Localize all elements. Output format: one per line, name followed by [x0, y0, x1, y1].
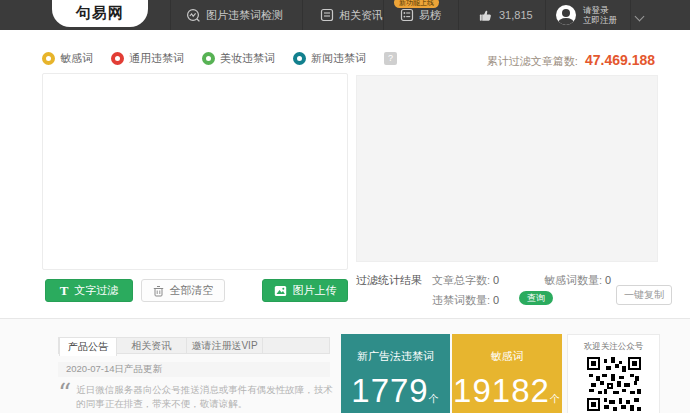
- query-label: 查询: [527, 292, 545, 305]
- text-icon: T: [60, 283, 69, 299]
- qr-code: [587, 357, 641, 411]
- stat-total-words: 文章总字数:0: [432, 273, 499, 288]
- stat-value: 0: [605, 274, 611, 286]
- likes-count: 31,815: [499, 9, 533, 21]
- filter-sensitive[interactable]: 敏感词: [42, 51, 93, 66]
- stat-value: 0: [493, 294, 499, 306]
- header-divider: [170, 0, 171, 30]
- announcement-title[interactable]: 2020-07-14日产品更新: [58, 362, 330, 377]
- tab-product-announcements[interactable]: 产品公告: [59, 337, 117, 356]
- tab-invite-vip[interactable]: 邀请注册送VIP: [187, 338, 263, 353]
- avatar: [556, 5, 576, 25]
- card-new-ad-law-banned-words[interactable]: 新广告法违禁词 1779个: [341, 334, 450, 413]
- dot-icon: [293, 52, 306, 65]
- nav-image-check[interactable]: 图片违禁词检测: [186, 0, 283, 30]
- list-icon: [400, 8, 414, 22]
- filter-row: 敏感词 通用违禁词 美妆违禁词 新闻违禁词 ?: [42, 51, 397, 65]
- clear-all-label: 全部清空: [170, 283, 214, 298]
- register-link[interactable]: 立即注册: [583, 15, 617, 25]
- card-sensitive-words[interactable]: 敏感词 19182个: [452, 334, 562, 413]
- qr-title: 欢迎关注公众号: [568, 341, 659, 353]
- stat-value: 0: [493, 274, 499, 286]
- stat-label: 违禁词数量:: [432, 294, 490, 306]
- image-scan-icon: [186, 8, 201, 23]
- filter-label: 美妆违禁词: [220, 51, 275, 66]
- nav-rank[interactable]: 新功能上线 易榜: [400, 0, 441, 30]
- page: 句易网 图片违禁词检测 相关资讯 新功能上线: [0, 0, 690, 413]
- image-upload-label: 图片上传: [293, 283, 337, 298]
- image-upload-area[interactable]: [356, 75, 658, 262]
- quote-mark-icon: “: [58, 383, 71, 403]
- tab-related-news[interactable]: 相关资讯: [117, 338, 187, 353]
- help-icon[interactable]: ?: [384, 52, 397, 65]
- stat-label: 敏感词数量:: [544, 274, 602, 286]
- card-unit: 个: [429, 393, 440, 404]
- filter-label: 敏感词: [60, 51, 93, 66]
- dot-icon: [42, 52, 55, 65]
- header-divider: [458, 0, 459, 30]
- filtered-total: 累计过滤文章篇数: 47.469.188: [487, 52, 655, 69]
- header-divider: [545, 0, 546, 30]
- stat-banned-count: 违禁词数量:0: [432, 293, 499, 308]
- nav-rank-label: 易榜: [419, 8, 441, 23]
- qr-card: 欢迎关注公众号: [567, 334, 660, 413]
- dot-icon: [111, 52, 124, 65]
- user-menu[interactable]: 请登录 立即注册: [556, 0, 617, 30]
- card-unit: 个: [550, 393, 561, 404]
- clear-all-button[interactable]: 全部清空: [141, 279, 225, 302]
- filtered-total-label: 累计过滤文章篇数:: [487, 55, 578, 67]
- card-title: 新广告法违禁词: [341, 349, 450, 364]
- nav-news[interactable]: 相关资讯: [320, 0, 383, 30]
- image-icon: [274, 285, 287, 297]
- tab-strip: 产品公告 相关资讯 邀请注册送VIP: [58, 337, 330, 354]
- help-glyph: ?: [388, 53, 393, 63]
- filter-label: 新闻违禁词: [311, 51, 366, 66]
- copy-label: 一键复制: [624, 289, 664, 300]
- stats-title: 过滤统计结果: [356, 273, 422, 288]
- announcement-body: “ 近日微信服务器向公众号推送消息或事件有偶发性故障，技术的同事正在排查，带来不…: [58, 383, 336, 411]
- header-divider: [630, 0, 631, 30]
- news-icon: [320, 8, 334, 22]
- thumbs-up-icon: [478, 8, 493, 23]
- card-value: 19182: [453, 372, 550, 409]
- card-value: 1779: [351, 372, 428, 409]
- site-logo-text: 句易网: [76, 4, 124, 23]
- header-divider: [383, 0, 384, 30]
- stat-label: 文章总字数:: [432, 274, 490, 286]
- likes-counter[interactable]: 31,815: [478, 0, 533, 30]
- tab-label: 产品公告: [68, 340, 108, 354]
- tab-label: 相关资讯: [132, 339, 172, 353]
- filter-label: 通用违禁词: [129, 51, 184, 66]
- announcement-body-text: 近日微信服务器向公众号推送消息或事件有偶发性故障，技术的同事正在排查，带来不便，…: [76, 384, 333, 409]
- tab-label: 邀请注册送VIP: [191, 339, 257, 353]
- chevron-down-icon[interactable]: [636, 12, 644, 20]
- card-title: 敏感词: [452, 349, 562, 364]
- login-link[interactable]: 请登录: [583, 5, 617, 15]
- text-input[interactable]: [42, 73, 348, 270]
- copy-button[interactable]: 一键复制: [616, 285, 672, 305]
- dot-icon: [202, 52, 215, 65]
- site-logo[interactable]: 句易网: [52, 0, 148, 27]
- text-filter-label: 文字过滤: [74, 283, 118, 298]
- bottom-section: 产品公告 相关资讯 邀请注册送VIP 2020-07-14日产品更新 “ 近日微…: [0, 318, 690, 413]
- header-divider: [302, 0, 303, 30]
- announcement-title-text: 2020-07-14日产品更新: [66, 363, 162, 376]
- filtered-total-value: 47.469.188: [585, 52, 655, 68]
- trash-icon: [153, 285, 164, 297]
- user-texts: 请登录 立即注册: [583, 5, 617, 25]
- nav-image-check-label: 图片违禁词检测: [206, 8, 283, 23]
- stat-sensitive-count: 敏感词数量:0: [544, 273, 611, 288]
- filter-beauty-banned[interactable]: 美妆违禁词: [202, 51, 275, 66]
- header: 句易网 图片违禁词检测 相关资讯 新功能上线: [0, 0, 690, 30]
- nav-news-label: 相关资讯: [339, 8, 383, 23]
- rank-new-badge: 新功能上线: [394, 0, 439, 8]
- filter-general-banned[interactable]: 通用违禁词: [111, 51, 184, 66]
- image-upload-button[interactable]: 图片上传: [262, 279, 348, 302]
- text-filter-button[interactable]: T 文字过滤: [45, 279, 133, 302]
- filter-news-banned[interactable]: 新闻违禁词: [293, 51, 366, 66]
- query-button[interactable]: 查询: [519, 291, 553, 305]
